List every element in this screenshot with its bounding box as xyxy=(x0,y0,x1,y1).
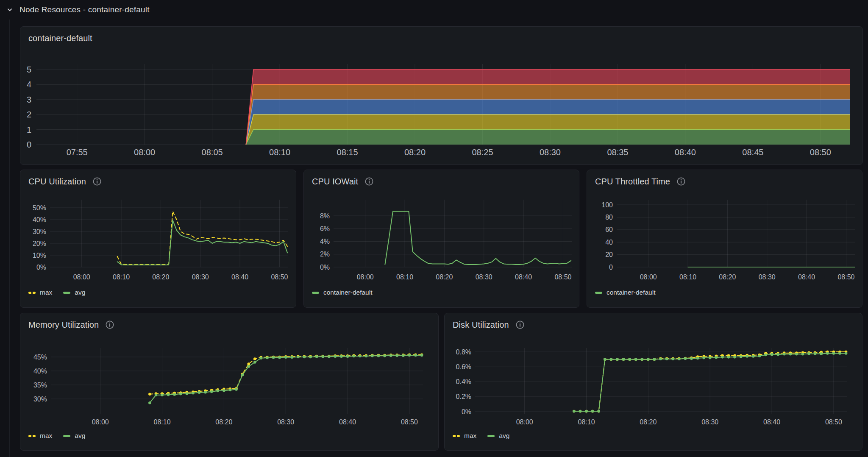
svg-text:5: 5 xyxy=(27,65,31,74)
disk-utilization-chart[interactable]: 08:0008:1008:2008:3008:4008:500%0.2%0.4%… xyxy=(445,313,862,450)
row-indent-guide xyxy=(9,20,10,457)
legend-item-max[interactable]: max xyxy=(453,432,476,440)
svg-text:2: 2 xyxy=(27,110,31,119)
svg-text:08:00: 08:00 xyxy=(73,273,90,281)
svg-text:08:40: 08:40 xyxy=(798,273,815,281)
legend-label: max xyxy=(40,432,52,440)
svg-text:08:15: 08:15 xyxy=(337,148,358,157)
info-icon[interactable] xyxy=(364,177,374,186)
chevron-down-icon[interactable] xyxy=(6,6,14,14)
legend-series-icon xyxy=(28,435,36,437)
svg-text:0%: 0% xyxy=(320,264,330,271)
svg-text:08:20: 08:20 xyxy=(640,418,657,426)
panel-title-cpu-throttled-time[interactable]: CPU Throttled Time xyxy=(595,177,670,187)
cpu-utilization-chart[interactable]: 08:0008:1008:2008:3008:4008:500%10%20%30… xyxy=(20,170,296,307)
legend-series-icon xyxy=(595,292,602,294)
legend-label: max xyxy=(40,289,52,296)
svg-text:08:40: 08:40 xyxy=(339,418,356,426)
svg-text:08:30: 08:30 xyxy=(277,418,294,426)
panel-title-memory-utilization[interactable]: Memory Utilization xyxy=(28,320,99,330)
svg-text:08:10: 08:10 xyxy=(154,418,171,426)
svg-text:08:30: 08:30 xyxy=(476,273,492,281)
svg-text:08:50: 08:50 xyxy=(401,418,418,426)
legend-item-avg[interactable]: avg xyxy=(63,289,85,296)
svg-text:08:40: 08:40 xyxy=(231,273,248,281)
cpu-iowait-chart[interactable]: 08:0008:1008:2008:3008:4008:500%2%4%6%8% xyxy=(304,170,579,307)
info-icon[interactable] xyxy=(92,177,102,186)
panel-disk-utilization: Disk Utilization 08:0008:1008:2008:3008:… xyxy=(444,313,862,451)
legend-item-max[interactable]: max xyxy=(28,432,52,440)
svg-text:10%: 10% xyxy=(33,252,46,259)
panel-title-overview[interactable]: container-default xyxy=(28,33,92,43)
cpu-throttled-time-chart[interactable]: 08:0008:1008:2008:3008:4008:500204060801… xyxy=(587,170,862,307)
svg-text:08:00: 08:00 xyxy=(134,148,155,157)
svg-text:0.4%: 0.4% xyxy=(456,378,471,385)
panel-title-disk-utilization[interactable]: Disk Utilization xyxy=(453,320,509,330)
legend-series-icon xyxy=(312,292,319,294)
legend-series-icon xyxy=(28,292,36,294)
svg-text:30%: 30% xyxy=(33,396,47,403)
overview-stacked-area-chart[interactable]: 07:5508:0008:0508:1008:1508:2008:2508:30… xyxy=(20,27,862,164)
legend-series-icon xyxy=(487,435,495,437)
legend: maxavg xyxy=(453,432,509,440)
info-icon[interactable] xyxy=(676,177,686,186)
svg-text:08:30: 08:30 xyxy=(701,418,718,426)
svg-text:0%: 0% xyxy=(462,408,471,415)
svg-text:2%: 2% xyxy=(320,251,330,258)
svg-text:08:00: 08:00 xyxy=(92,418,109,426)
svg-text:45%: 45% xyxy=(33,354,47,361)
legend-item-container-default[interactable]: container-default xyxy=(595,289,655,296)
legend-label: container-default xyxy=(323,289,372,296)
svg-text:08:20: 08:20 xyxy=(404,148,426,157)
legend: maxavg xyxy=(28,289,85,296)
svg-text:08:00: 08:00 xyxy=(357,273,374,281)
svg-text:08:20: 08:20 xyxy=(719,273,736,281)
svg-text:08:20: 08:20 xyxy=(436,273,453,281)
svg-text:80: 80 xyxy=(605,214,613,221)
legend-item-avg[interactable]: avg xyxy=(487,432,509,440)
svg-text:100: 100 xyxy=(601,201,613,209)
svg-text:08:50: 08:50 xyxy=(810,148,831,157)
info-icon[interactable] xyxy=(105,320,114,329)
legend-item-max[interactable]: max xyxy=(28,289,52,296)
panel-title-cpu-iowait[interactable]: CPU IOWait xyxy=(312,177,358,187)
legend-label: avg xyxy=(75,432,85,440)
legend-item-container-default[interactable]: container-default xyxy=(312,289,372,296)
svg-text:30%: 30% xyxy=(33,228,46,235)
svg-text:08:20: 08:20 xyxy=(215,418,232,426)
svg-text:08:50: 08:50 xyxy=(825,418,842,426)
svg-text:20: 20 xyxy=(605,251,613,258)
svg-text:0.8%: 0.8% xyxy=(456,348,471,356)
svg-text:6%: 6% xyxy=(320,225,330,232)
memory-utilization-chart[interactable]: 08:0008:1008:2008:3008:4008:5030%35%40%4… xyxy=(20,313,438,450)
svg-text:08:30: 08:30 xyxy=(540,148,561,157)
svg-text:4: 4 xyxy=(27,80,31,89)
svg-text:08:25: 08:25 xyxy=(472,148,493,157)
legend: maxavg xyxy=(28,432,85,440)
svg-text:08:00: 08:00 xyxy=(516,418,533,426)
svg-text:08:50: 08:50 xyxy=(837,273,854,281)
legend-item-avg[interactable]: avg xyxy=(63,432,85,440)
dashboard-row-header[interactable]: Node Resources - container-default xyxy=(6,3,150,16)
svg-text:08:50: 08:50 xyxy=(271,273,288,281)
panel-cpu-utilization: CPU Utilization 08:0008:1008:2008:3008:4… xyxy=(20,170,296,308)
svg-text:08:00: 08:00 xyxy=(640,273,657,281)
svg-text:0.2%: 0.2% xyxy=(456,393,471,400)
svg-text:08:10: 08:10 xyxy=(396,273,413,281)
legend: container-default xyxy=(595,289,655,296)
svg-text:08:45: 08:45 xyxy=(742,148,763,157)
panel-title-cpu-utilization[interactable]: CPU Utilization xyxy=(28,177,86,187)
svg-text:3: 3 xyxy=(27,95,31,104)
svg-text:8%: 8% xyxy=(320,212,330,220)
svg-text:1: 1 xyxy=(27,125,31,134)
svg-text:08:30: 08:30 xyxy=(192,273,209,281)
svg-text:20%: 20% xyxy=(33,240,46,247)
legend-label: container-default xyxy=(606,289,655,296)
panel-memory-utilization: Memory Utilization 08:0008:1008:2008:300… xyxy=(20,313,439,451)
legend-series-icon xyxy=(63,435,70,437)
panel-cpu-iowait: CPU IOWait 08:0008:1008:2008:3008:4008:5… xyxy=(303,170,579,308)
svg-text:35%: 35% xyxy=(33,382,47,389)
row-title[interactable]: Node Resources - container-default xyxy=(19,5,150,14)
info-icon[interactable] xyxy=(515,320,525,329)
svg-text:60: 60 xyxy=(605,226,613,233)
